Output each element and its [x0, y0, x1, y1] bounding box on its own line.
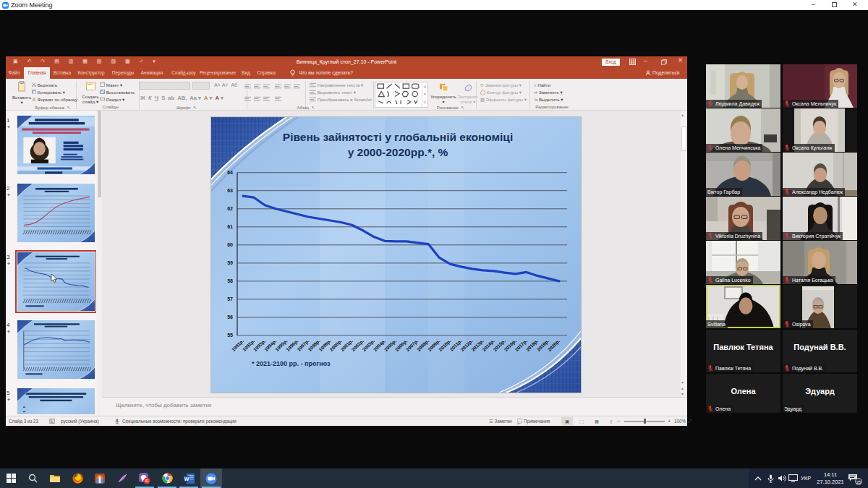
- svg-text:62: 62: [227, 206, 233, 211]
- svg-text:64: 64: [227, 170, 233, 175]
- svg-text:31: 31: [145, 479, 149, 483]
- svg-text:* 2021-2100 рр. - прогноз: * 2021-2100 рр. - прогноз: [252, 360, 331, 367]
- svg-text:61: 61: [227, 224, 233, 229]
- svg-text:55: 55: [227, 333, 233, 338]
- svg-text:Рівень зайнятості у глобальній: Рівень зайнятості у глобальній економіці: [283, 131, 513, 143]
- svg-text:58: 58: [227, 278, 233, 283]
- svg-text:57: 57: [227, 296, 233, 301]
- svg-text:56: 56: [227, 314, 233, 320]
- svg-text:63: 63: [227, 188, 233, 193]
- svg-text:59: 59: [227, 260, 233, 265]
- svg-text:у 2000-2020рр.*, %: у 2000-2020рр.*, %: [348, 146, 448, 158]
- svg-text:60: 60: [227, 242, 233, 247]
- svg-text:W: W: [184, 476, 189, 481]
